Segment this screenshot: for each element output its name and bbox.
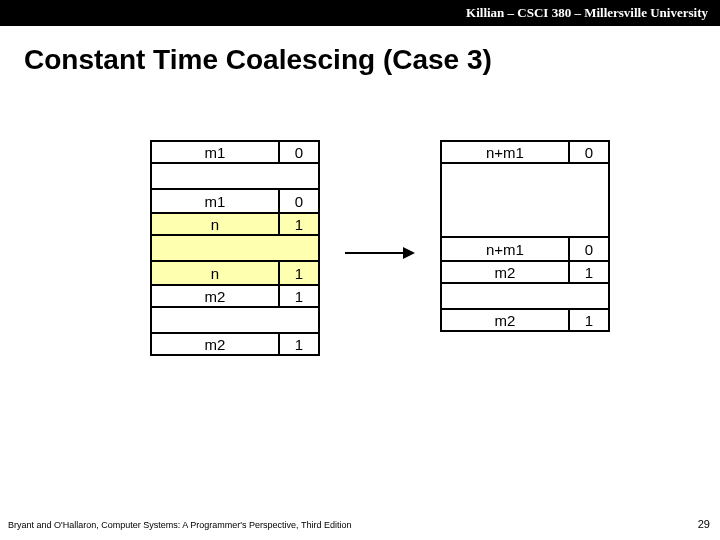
alloc-cell: 1 bbox=[570, 310, 608, 330]
block-footer: n+m1 0 bbox=[440, 236, 610, 260]
alloc-cell: 1 bbox=[280, 214, 318, 234]
size-cell: n bbox=[152, 262, 280, 284]
block-footer: m2 1 bbox=[150, 332, 320, 356]
alloc-cell: 0 bbox=[570, 142, 608, 162]
block-header: m1 0 bbox=[150, 140, 320, 164]
block-footer: m1 0 bbox=[150, 188, 320, 212]
arrow-icon bbox=[345, 248, 415, 258]
alloc-cell: 1 bbox=[280, 334, 318, 354]
size-cell: n+m1 bbox=[442, 142, 570, 162]
size-cell: m2 bbox=[152, 334, 280, 354]
course-header: Killian – CSCI 380 – Millersville Univer… bbox=[0, 0, 720, 26]
size-cell: m1 bbox=[152, 190, 280, 212]
alloc-cell: 1 bbox=[570, 262, 608, 282]
alloc-cell: 0 bbox=[570, 238, 608, 260]
alloc-cell: 1 bbox=[280, 262, 318, 284]
block-header: m2 1 bbox=[440, 260, 610, 284]
block-body bbox=[150, 308, 320, 332]
block-header: n+m1 0 bbox=[440, 140, 610, 164]
footer-attribution: Bryant and O'Hallaron, Computer Systems:… bbox=[8, 520, 351, 530]
alloc-cell: 0 bbox=[280, 142, 318, 162]
block-header: n 1 bbox=[150, 212, 320, 236]
size-cell: n bbox=[152, 214, 280, 234]
block-body bbox=[150, 236, 320, 260]
block-body bbox=[440, 164, 610, 236]
slide-title: Constant Time Coalescing (Case 3) bbox=[0, 26, 720, 76]
size-cell: m2 bbox=[442, 310, 570, 330]
size-cell: n+m1 bbox=[442, 238, 570, 260]
size-cell: m1 bbox=[152, 142, 280, 162]
block-body bbox=[150, 164, 320, 188]
size-cell: m2 bbox=[442, 262, 570, 282]
before-column: m1 0 m1 0 n 1 n 1 m2 1 m2 1 bbox=[150, 140, 320, 356]
block-footer: m2 1 bbox=[440, 308, 610, 332]
page-number: 29 bbox=[698, 518, 710, 530]
block-header: m2 1 bbox=[150, 284, 320, 308]
block-body bbox=[440, 284, 610, 308]
alloc-cell: 0 bbox=[280, 190, 318, 212]
after-column: n+m1 0 n+m1 0 m2 1 m2 1 bbox=[440, 140, 610, 332]
block-footer: n 1 bbox=[150, 260, 320, 284]
alloc-cell: 1 bbox=[280, 286, 318, 306]
size-cell: m2 bbox=[152, 286, 280, 306]
